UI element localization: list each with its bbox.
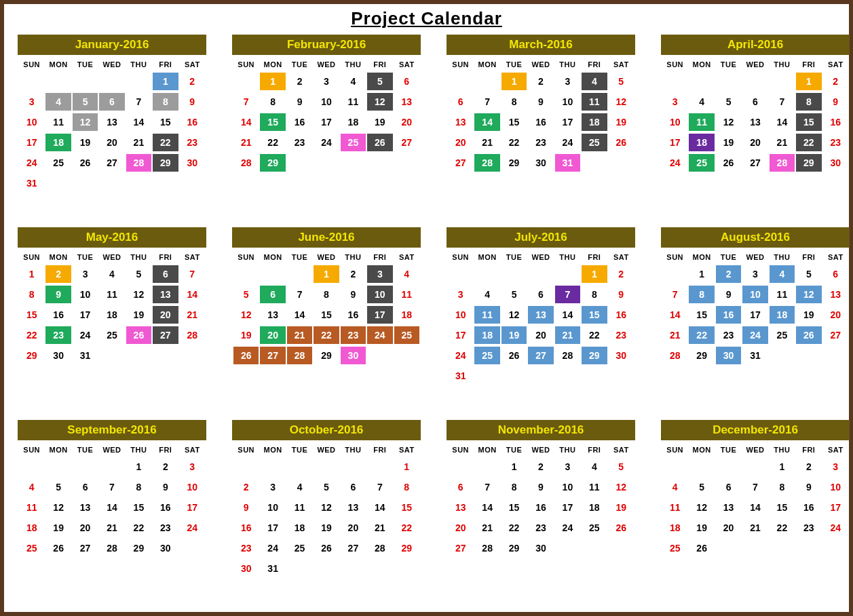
empty-cell bbox=[716, 458, 741, 476]
day-cell: 7 bbox=[474, 478, 499, 496]
day-cell: 16 bbox=[45, 306, 71, 324]
weekday-label: WED bbox=[528, 443, 553, 455]
day-cell: 18 bbox=[287, 519, 312, 537]
day-cell: 26 bbox=[796, 326, 821, 344]
day-cell: 12 bbox=[73, 113, 98, 131]
day-cell: 29 bbox=[260, 154, 285, 172]
day-cell: 11 bbox=[582, 93, 607, 111]
day-cell: 6 bbox=[341, 478, 366, 496]
day-cell: 3 bbox=[19, 93, 44, 111]
empty-cell bbox=[341, 458, 366, 476]
day-cell: 5 bbox=[689, 478, 714, 496]
day-cell: 27 bbox=[153, 326, 178, 344]
day-cell: 29 bbox=[394, 539, 419, 557]
weekday-label: MON bbox=[474, 58, 499, 70]
day-cell: 8 bbox=[314, 286, 339, 303]
empty-cell bbox=[582, 539, 607, 557]
day-cell: 24 bbox=[19, 154, 44, 172]
day-cell: 10 bbox=[742, 286, 767, 303]
empty-cell bbox=[796, 347, 821, 364]
day-cell: 9 bbox=[796, 478, 821, 496]
day-cell: 24 bbox=[73, 326, 98, 344]
empty-cell bbox=[341, 560, 366, 577]
month-block: January-2016SUNMONTUEWEDTHUFRISAT1234567… bbox=[18, 35, 206, 225]
day-cell: 16 bbox=[180, 113, 205, 131]
day-cell: 15 bbox=[796, 113, 821, 131]
day-cell: 17 bbox=[448, 326, 473, 344]
day-cell: 28 bbox=[287, 347, 312, 364]
day-cell: 5 bbox=[73, 93, 98, 111]
month-header: January-2016 bbox=[18, 35, 206, 55]
day-cell: 20 bbox=[394, 113, 419, 131]
day-cell: 9 bbox=[233, 499, 259, 516]
empty-cell bbox=[716, 73, 741, 90]
weekday-label: FRI bbox=[153, 443, 178, 455]
day-cell: 12 bbox=[367, 93, 392, 111]
empty-cell bbox=[314, 458, 339, 476]
day-cell: 25 bbox=[287, 539, 312, 557]
day-cell: 17 bbox=[180, 499, 205, 516]
day-cell: 27 bbox=[448, 539, 473, 557]
day-cell: 7 bbox=[287, 286, 312, 303]
day-cell: 19 bbox=[689, 519, 714, 537]
day-cell: 22 bbox=[19, 326, 44, 344]
weekday-label: SAT bbox=[394, 250, 419, 263]
weekday-label: FRI bbox=[582, 250, 607, 263]
day-cell: 20 bbox=[742, 134, 767, 151]
day-cell: 28 bbox=[126, 154, 151, 172]
day-cell: 3 bbox=[180, 458, 205, 476]
day-cell: 12 bbox=[233, 306, 259, 324]
month-table: SUNMONTUEWEDTHUFRISAT1234567891011121314… bbox=[447, 55, 635, 174]
day-cell: 5 bbox=[45, 478, 71, 496]
weekday-label: SAT bbox=[394, 58, 419, 70]
weekday-label: SUN bbox=[19, 250, 44, 263]
day-cell: 9 bbox=[716, 286, 741, 303]
day-cell: 23 bbox=[528, 519, 553, 537]
day-cell: 1 bbox=[770, 458, 795, 476]
day-cell: 10 bbox=[367, 286, 392, 303]
day-cell: 18 bbox=[582, 113, 607, 131]
empty-cell bbox=[796, 539, 821, 557]
day-cell: 24 bbox=[555, 519, 580, 537]
day-cell: 17 bbox=[19, 134, 44, 151]
empty-cell bbox=[260, 265, 285, 283]
day-cell: 16 bbox=[341, 306, 366, 324]
day-cell: 13 bbox=[153, 286, 178, 303]
day-cell: 22 bbox=[314, 326, 339, 344]
weekday-label: WED bbox=[742, 250, 767, 263]
empty-cell bbox=[233, 73, 259, 90]
day-cell: 17 bbox=[73, 306, 98, 324]
month-header: October-2016 bbox=[232, 420, 421, 440]
day-cell: 3 bbox=[448, 286, 473, 303]
weekday-label: WED bbox=[99, 250, 124, 263]
day-cell: 10 bbox=[73, 286, 98, 303]
day-cell: 6 bbox=[823, 265, 848, 283]
empty-cell bbox=[314, 154, 339, 172]
weekday-label: THU bbox=[770, 250, 795, 263]
day-cell: 23 bbox=[45, 326, 71, 344]
day-cell: 11 bbox=[19, 499, 44, 516]
day-cell: 14 bbox=[367, 499, 392, 516]
empty-cell bbox=[233, 458, 259, 476]
weekday-label: FRI bbox=[796, 58, 821, 70]
day-cell: 7 bbox=[233, 93, 259, 111]
weekday-label: SUN bbox=[233, 58, 259, 70]
day-cell: 30 bbox=[180, 154, 205, 172]
day-cell: 20 bbox=[448, 519, 473, 537]
day-cell: 18 bbox=[582, 499, 607, 516]
weekday-label: SAT bbox=[823, 250, 848, 263]
month-block: June-2016SUNMONTUEWEDTHUFRISAT1234567891… bbox=[232, 227, 421, 417]
day-cell: 24 bbox=[260, 539, 285, 557]
weekday-label: FRI bbox=[153, 250, 178, 263]
day-cell: 20 bbox=[341, 519, 366, 537]
day-cell: 21 bbox=[287, 326, 312, 344]
weekday-label: TUE bbox=[287, 58, 312, 70]
day-cell: 21 bbox=[126, 134, 151, 151]
day-cell: 29 bbox=[314, 347, 339, 364]
day-cell: 31 bbox=[742, 347, 767, 364]
day-cell: 25 bbox=[341, 134, 366, 151]
empty-cell bbox=[126, 174, 151, 192]
weekday-label: MON bbox=[260, 443, 285, 455]
day-cell: 6 bbox=[73, 478, 98, 496]
day-cell: 13 bbox=[73, 499, 98, 516]
